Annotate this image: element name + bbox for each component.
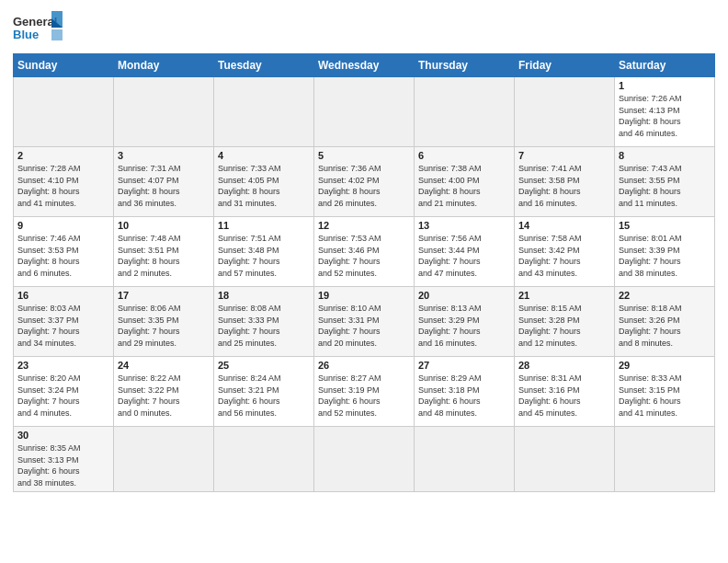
calendar-cell xyxy=(314,77,415,147)
day-number: 4 xyxy=(218,150,310,161)
weekday-header-friday: Friday xyxy=(515,54,615,77)
day-info: Sunrise: 8:06 AM Sunset: 3:35 PM Dayligh… xyxy=(118,303,210,349)
calendar-cell: 25Sunrise: 8:24 AM Sunset: 3:21 PM Dayli… xyxy=(214,357,314,427)
calendar-cell: 10Sunrise: 7:48 AM Sunset: 3:51 PM Dayli… xyxy=(114,217,214,287)
day-info: Sunrise: 7:41 AM Sunset: 3:58 PM Dayligh… xyxy=(518,163,610,209)
calendar-cell: 13Sunrise: 7:56 AM Sunset: 3:44 PM Dayli… xyxy=(415,217,515,287)
calendar-cell: 7Sunrise: 7:41 AM Sunset: 3:58 PM Daylig… xyxy=(515,147,615,217)
day-number: 2 xyxy=(17,150,109,161)
day-number: 16 xyxy=(17,290,109,301)
calendar-cell: 26Sunrise: 8:27 AM Sunset: 3:19 PM Dayli… xyxy=(314,357,415,427)
day-number: 9 xyxy=(17,220,109,231)
calendar-cell xyxy=(615,427,715,492)
calendar-cell xyxy=(214,77,314,147)
day-number: 10 xyxy=(118,220,210,231)
day-number: 1 xyxy=(619,80,711,91)
day-number: 23 xyxy=(17,360,109,371)
calendar-cell: 30Sunrise: 8:35 AM Sunset: 3:13 PM Dayli… xyxy=(14,427,114,492)
day-info: Sunrise: 7:28 AM Sunset: 4:10 PM Dayligh… xyxy=(17,163,109,209)
day-info: Sunrise: 7:38 AM Sunset: 4:00 PM Dayligh… xyxy=(418,163,510,209)
weekday-header-thursday: Thursday xyxy=(415,54,515,77)
day-number: 8 xyxy=(619,150,711,161)
calendar-cell: 28Sunrise: 8:31 AM Sunset: 3:16 PM Dayli… xyxy=(515,357,615,427)
calendar-cell: 27Sunrise: 8:29 AM Sunset: 3:18 PM Dayli… xyxy=(415,357,515,427)
calendar-cell xyxy=(415,77,515,147)
day-number: 17 xyxy=(118,290,210,301)
calendar-cell xyxy=(314,427,415,492)
day-info: Sunrise: 7:46 AM Sunset: 3:53 PM Dayligh… xyxy=(17,233,109,279)
calendar-row-2: 2Sunrise: 7:28 AM Sunset: 4:10 PM Daylig… xyxy=(14,147,715,217)
day-number: 7 xyxy=(518,150,610,161)
day-info: Sunrise: 7:36 AM Sunset: 4:02 PM Dayligh… xyxy=(318,163,410,209)
weekday-header-monday: Monday xyxy=(114,54,214,77)
calendar-cell: 15Sunrise: 8:01 AM Sunset: 3:39 PM Dayli… xyxy=(615,217,715,287)
day-number: 24 xyxy=(118,360,210,371)
day-number: 26 xyxy=(318,360,410,371)
calendar-row-6: 30Sunrise: 8:35 AM Sunset: 3:13 PM Dayli… xyxy=(14,427,715,492)
calendar-cell xyxy=(114,77,214,147)
day-info: Sunrise: 8:08 AM Sunset: 3:33 PM Dayligh… xyxy=(218,303,310,349)
calendar-cell: 18Sunrise: 8:08 AM Sunset: 3:33 PM Dayli… xyxy=(214,287,314,357)
day-info: Sunrise: 8:31 AM Sunset: 3:16 PM Dayligh… xyxy=(518,373,610,419)
calendar-cell: 6Sunrise: 7:38 AM Sunset: 4:00 PM Daylig… xyxy=(415,147,515,217)
calendar-cell: 3Sunrise: 7:31 AM Sunset: 4:07 PM Daylig… xyxy=(114,147,214,217)
calendar-cell: 22Sunrise: 8:18 AM Sunset: 3:26 PM Dayli… xyxy=(615,287,715,357)
calendar-cell: 1Sunrise: 7:26 AM Sunset: 4:13 PM Daylig… xyxy=(615,77,715,147)
day-number: 5 xyxy=(318,150,410,161)
svg-rect-4 xyxy=(51,29,63,40)
day-number: 28 xyxy=(518,360,610,371)
day-info: Sunrise: 7:26 AM Sunset: 4:13 PM Dayligh… xyxy=(619,93,711,139)
day-number: 27 xyxy=(418,360,510,371)
calendar-cell xyxy=(214,427,314,492)
day-info: Sunrise: 8:18 AM Sunset: 3:26 PM Dayligh… xyxy=(619,303,711,349)
calendar-cell: 24Sunrise: 8:22 AM Sunset: 3:22 PM Dayli… xyxy=(114,357,214,427)
day-number: 15 xyxy=(619,220,711,231)
calendar-cell: 12Sunrise: 7:53 AM Sunset: 3:46 PM Dayli… xyxy=(314,217,415,287)
day-number: 21 xyxy=(518,290,610,301)
day-number: 3 xyxy=(118,150,210,161)
day-number: 19 xyxy=(318,290,410,301)
day-info: Sunrise: 8:13 AM Sunset: 3:29 PM Dayligh… xyxy=(418,303,510,349)
day-info: Sunrise: 7:53 AM Sunset: 3:46 PM Dayligh… xyxy=(318,233,410,279)
day-info: Sunrise: 8:03 AM Sunset: 3:37 PM Dayligh… xyxy=(17,303,109,349)
day-info: Sunrise: 7:31 AM Sunset: 4:07 PM Dayligh… xyxy=(118,163,210,209)
calendar-cell xyxy=(415,427,515,492)
calendar-cell: 19Sunrise: 8:10 AM Sunset: 3:31 PM Dayli… xyxy=(314,287,415,357)
day-info: Sunrise: 7:43 AM Sunset: 3:55 PM Dayligh… xyxy=(619,163,711,209)
calendar-row-5: 23Sunrise: 8:20 AM Sunset: 3:24 PM Dayli… xyxy=(14,357,715,427)
day-info: Sunrise: 7:33 AM Sunset: 4:05 PM Dayligh… xyxy=(218,163,310,209)
calendar-cell: 23Sunrise: 8:20 AM Sunset: 3:24 PM Dayli… xyxy=(14,357,114,427)
weekday-header-wednesday: Wednesday xyxy=(314,54,415,77)
day-info: Sunrise: 7:48 AM Sunset: 3:51 PM Dayligh… xyxy=(118,233,210,279)
day-info: Sunrise: 7:51 AM Sunset: 3:48 PM Dayligh… xyxy=(218,233,310,279)
day-info: Sunrise: 8:27 AM Sunset: 3:19 PM Dayligh… xyxy=(318,373,410,419)
day-info: Sunrise: 8:01 AM Sunset: 3:39 PM Dayligh… xyxy=(619,233,711,279)
header: General Blue xyxy=(13,9,715,48)
day-number: 11 xyxy=(218,220,310,231)
day-number: 14 xyxy=(518,220,610,231)
weekday-header-saturday: Saturday xyxy=(615,54,715,77)
day-info: Sunrise: 7:56 AM Sunset: 3:44 PM Dayligh… xyxy=(418,233,510,279)
calendar-cell: 5Sunrise: 7:36 AM Sunset: 4:02 PM Daylig… xyxy=(314,147,415,217)
day-info: Sunrise: 8:29 AM Sunset: 3:18 PM Dayligh… xyxy=(418,373,510,419)
svg-text:Blue: Blue xyxy=(13,28,39,41)
calendar-row-4: 16Sunrise: 8:03 AM Sunset: 3:37 PM Dayli… xyxy=(14,287,715,357)
calendar-cell: 17Sunrise: 8:06 AM Sunset: 3:35 PM Dayli… xyxy=(114,287,214,357)
weekday-header-row: SundayMondayTuesdayWednesdayThursdayFrid… xyxy=(14,54,715,77)
calendar-cell: 14Sunrise: 7:58 AM Sunset: 3:42 PM Dayli… xyxy=(515,217,615,287)
day-info: Sunrise: 7:58 AM Sunset: 3:42 PM Dayligh… xyxy=(518,233,610,279)
calendar-cell xyxy=(515,427,615,492)
day-number: 22 xyxy=(619,290,711,301)
logo: General Blue xyxy=(13,9,63,48)
day-info: Sunrise: 8:20 AM Sunset: 3:24 PM Dayligh… xyxy=(17,373,109,419)
day-number: 12 xyxy=(318,220,410,231)
calendar-cell: 29Sunrise: 8:33 AM Sunset: 3:15 PM Dayli… xyxy=(615,357,715,427)
calendar-cell: 9Sunrise: 7:46 AM Sunset: 3:53 PM Daylig… xyxy=(14,217,114,287)
calendar-cell xyxy=(14,77,114,147)
day-number: 30 xyxy=(17,430,109,441)
day-info: Sunrise: 8:35 AM Sunset: 3:13 PM Dayligh… xyxy=(17,442,109,488)
day-info: Sunrise: 8:33 AM Sunset: 3:15 PM Dayligh… xyxy=(619,373,711,419)
calendar-cell: 16Sunrise: 8:03 AM Sunset: 3:37 PM Dayli… xyxy=(14,287,114,357)
calendar-row-1: 1Sunrise: 7:26 AM Sunset: 4:13 PM Daylig… xyxy=(14,77,715,147)
day-number: 6 xyxy=(418,150,510,161)
